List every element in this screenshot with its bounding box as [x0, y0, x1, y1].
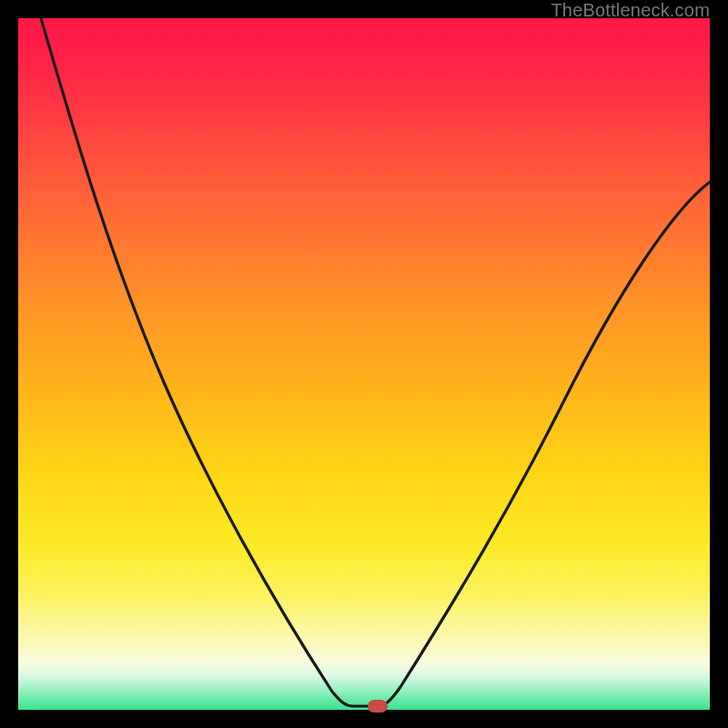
curve-path: [41, 18, 710, 706]
chart-frame: TheBottleneck.com: [0, 0, 728, 728]
bottleneck-curve: [18, 18, 710, 710]
watermark-text: TheBottleneck.com: [551, 0, 710, 21]
optimal-marker: [368, 700, 388, 713]
